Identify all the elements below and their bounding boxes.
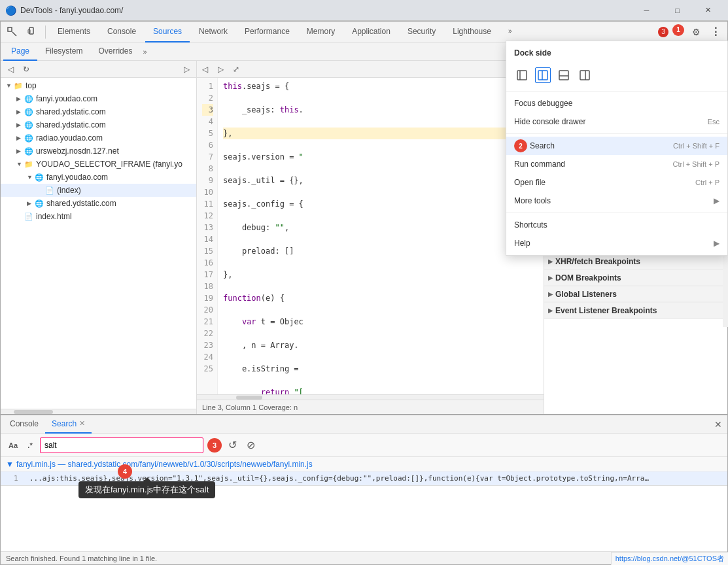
dock-left-button[interactable] bbox=[535, 67, 551, 83]
file-tree-scrollbar[interactable] bbox=[1, 409, 196, 414]
inspect-element-button[interactable] bbox=[3, 23, 22, 41]
file-tree-panel: ◁ ↻ ▷ ▼ 📁 top ▶ 🌐 fany bbox=[1, 61, 197, 414]
shortcuts-item[interactable]: Shortcuts bbox=[506, 216, 727, 234]
tree-item-index[interactable]: ▶ 📄 (index) bbox=[1, 184, 196, 197]
more-menu-button[interactable]: ⋮ bbox=[706, 23, 725, 41]
search-input[interactable] bbox=[40, 437, 203, 453]
bottom-tab-console[interactable]: Console bbox=[3, 415, 45, 434]
run-command-item[interactable]: Run command Ctrl + Shift + P bbox=[506, 155, 727, 173]
use-regex-button[interactable]: .* bbox=[23, 438, 37, 453]
tab-memory[interactable]: Memory bbox=[299, 22, 343, 43]
sources-tab-filesystem[interactable]: Filesystem bbox=[37, 43, 90, 61]
dropdown-section-4: Shortcuts Help ▶ bbox=[506, 213, 727, 255]
dropdown-section-3: 2 Search Ctrl + Shift + F Run command Ct… bbox=[506, 134, 727, 213]
xhr-section: ▶ XHR/fetch Breakpoints bbox=[544, 254, 727, 270]
maximize-code-button[interactable]: ⤢ bbox=[228, 61, 244, 77]
tab-application[interactable]: Application bbox=[344, 22, 398, 43]
sources-tab-more[interactable]: » bbox=[140, 48, 149, 56]
minimize-button[interactable]: ─ bbox=[632, 1, 661, 20]
tree-item-top[interactable]: ▼ 📁 top bbox=[1, 79, 196, 92]
code-panel: ◁ ▷ ⤢ 123 45678 910111213 1415161718 192… bbox=[197, 61, 544, 414]
code-hscrollbar[interactable] bbox=[197, 394, 544, 400]
titlebar: 🔵 DevTools - fanyi.youdao.com/ ─ □ ✕ bbox=[0, 0, 728, 21]
device-toggle-button[interactable] bbox=[23, 23, 41, 41]
bottom-tab-search[interactable]: Search ✕ bbox=[45, 415, 92, 434]
file-arrow: ▼ bbox=[6, 460, 14, 469]
tree-item-shared1[interactable]: ▶ 🌐 shared.ydstatic.com bbox=[1, 105, 196, 118]
dock-side-label: Dock side bbox=[506, 44, 727, 62]
event-section: ▶ Event Listener Breakpoints bbox=[544, 303, 727, 319]
dropdown-section-2: Focus debuggee Hide console drawer Esc bbox=[506, 92, 727, 134]
annotation-tooltip-4: 发现在fanyi.min.js中存在这个salt bbox=[78, 481, 215, 498]
hide-console-drawer-item[interactable]: Hide console drawer Esc bbox=[506, 112, 727, 131]
tree-item-urswebzj[interactable]: ▶ 🌐 urswebzj.nosdn.127.net bbox=[1, 145, 196, 158]
tree-item-indexhtml[interactable]: ▶ 📄 index.html bbox=[1, 210, 196, 223]
devtools-toolbar: Elements Console Sources Network Perform… bbox=[1, 22, 727, 43]
dock-right-button[interactable] bbox=[577, 67, 593, 83]
code-tabs: ◁ ▷ ⤢ bbox=[197, 61, 544, 78]
sources-tab-page[interactable]: Page bbox=[3, 43, 37, 61]
svg-rect-3 bbox=[517, 71, 527, 80]
expand-code-button[interactable]: ▷ bbox=[213, 61, 228, 77]
tab-more-button[interactable]: » bbox=[500, 22, 520, 43]
bottom-close-button[interactable]: ✕ bbox=[712, 419, 725, 430]
tree-item-radiao[interactable]: ▶ 🌐 radiao.youdao.com bbox=[1, 131, 196, 145]
window-controls[interactable]: ─ □ ✕ bbox=[632, 1, 723, 20]
tab-elements[interactable]: Elements bbox=[50, 22, 98, 43]
code-content: this.seajs = { _seajs: this. }, seajs.ve… bbox=[218, 78, 544, 394]
tab-lighthouse[interactable]: Lighthouse bbox=[445, 22, 499, 43]
tree-item-fanyi[interactable]: ▶ 🌐 fanyi.youdao.com bbox=[1, 92, 196, 105]
search-menu-item[interactable]: 2 Search Ctrl + Shift + F bbox=[506, 137, 727, 155]
annotation-badge-4: 4 bbox=[118, 464, 132, 479]
code-editor[interactable]: 123 45678 910111213 1415161718 192021222… bbox=[197, 78, 544, 394]
titlebar-title: DevTools - fanyi.youdao.com/ bbox=[20, 6, 632, 15]
tab-console[interactable]: Console bbox=[99, 22, 144, 43]
file-tree: ▼ 📁 top ▶ 🌐 fanyi.youdao.com ▶ 🌐 sh bbox=[1, 78, 196, 409]
svg-rect-0 bbox=[8, 27, 12, 31]
tab-network[interactable]: Network bbox=[191, 22, 235, 43]
annotation-badge-2: 2 bbox=[514, 139, 527, 152]
settings-button[interactable]: ⚙ bbox=[687, 23, 705, 41]
dock-bottom-button[interactable] bbox=[556, 67, 572, 83]
help-item[interactable]: Help ▶ bbox=[506, 234, 727, 252]
svg-rect-9 bbox=[580, 71, 589, 80]
open-file-item[interactable]: Open file Ctrl + P bbox=[506, 173, 727, 192]
tab-security[interactable]: Security bbox=[400, 22, 443, 43]
match-case-button[interactable]: Aa bbox=[6, 438, 20, 453]
annotation-badge-1: 1 bbox=[672, 24, 684, 36]
tree-item-iframe-shared[interactable]: ▶ 🌐 shared.ydstatic.com bbox=[1, 197, 196, 210]
sources-tab-overrides[interactable]: Overrides bbox=[90, 43, 140, 61]
clear-search-button[interactable]: ⊘ bbox=[243, 437, 258, 453]
global-header[interactable]: ▶ Global Listeners bbox=[544, 286, 727, 302]
tree-item-iframe-fanyi[interactable]: ▼ 🌐 fanyi.youdao.com bbox=[1, 171, 196, 184]
dom-section: ▶ DOM Breakpoints bbox=[544, 270, 727, 286]
bottom-tabs: Console Search ✕ ✕ bbox=[1, 415, 727, 434]
new-snippet-button[interactable]: ▷ bbox=[179, 62, 194, 77]
dom-header[interactable]: ▶ DOM Breakpoints bbox=[544, 270, 727, 286]
url-hint: https://blog.csdn.net/@51CTOS者 bbox=[611, 552, 728, 565]
tab-performance[interactable]: Performance bbox=[237, 22, 298, 43]
chrome-icon: 🔵 bbox=[5, 5, 16, 16]
maximize-button[interactable]: □ bbox=[663, 1, 692, 20]
tree-item-iframe[interactable]: ▼ 📁 YOUDAO_SELECTOR_IFRAME (fanyi.yo bbox=[1, 158, 196, 171]
dock-undock-button[interactable] bbox=[514, 67, 530, 83]
event-header[interactable]: ▶ Event Listener Breakpoints bbox=[544, 303, 727, 318]
svg-rect-7 bbox=[559, 71, 568, 80]
sync-button[interactable]: ↻ bbox=[19, 62, 33, 77]
xhr-header[interactable]: ▶ XHR/fetch Breakpoints bbox=[544, 254, 727, 269]
toolbar-divider-1 bbox=[45, 26, 46, 39]
collapse-code-button[interactable]: ◁ bbox=[197, 61, 213, 77]
dock-options bbox=[506, 62, 727, 88]
collapse-all-button[interactable]: ◁ bbox=[3, 62, 18, 77]
status-text: Search finished. Found 1 matching line i… bbox=[6, 555, 157, 562]
search-tab-close[interactable]: ✕ bbox=[79, 419, 85, 428]
more-tools-item[interactable]: More tools ▶ bbox=[506, 192, 727, 210]
search-toolbar: Aa .* 3 ↺ ⊘ bbox=[1, 434, 727, 457]
tab-sources[interactable]: Sources bbox=[145, 22, 190, 43]
close-button[interactable]: ✕ bbox=[693, 1, 723, 20]
refresh-search-button[interactable]: ↺ bbox=[224, 437, 240, 453]
search-file-header[interactable]: ▼ fanyi.min.js — shared.ydstatic.com/fan… bbox=[1, 457, 727, 471]
global-section: ▶ Global Listeners bbox=[544, 286, 727, 303]
tree-item-shared2[interactable]: ▶ 🌐 shared.ydstatic.com bbox=[1, 118, 196, 131]
focus-debuggee-item[interactable]: Focus debuggee bbox=[506, 94, 727, 112]
